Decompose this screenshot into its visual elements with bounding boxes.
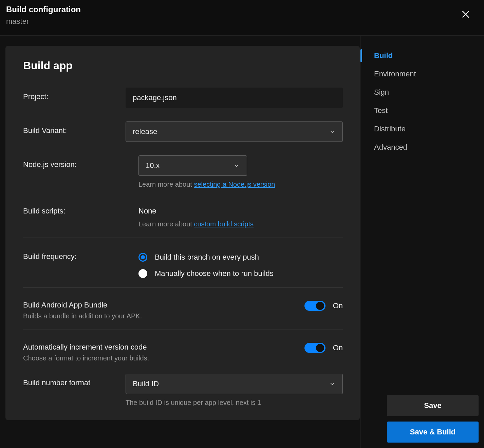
footer-buttons: Save Save & Build xyxy=(387,395,479,443)
frequency-option-2-label: Manually choose when to run builds xyxy=(155,269,274,278)
app-bundle-toggle[interactable] xyxy=(304,301,325,311)
chevron-down-icon xyxy=(233,162,240,169)
divider xyxy=(23,238,343,238)
app-bundle-control: On xyxy=(304,301,343,311)
panel-title: Build app xyxy=(23,59,343,72)
body: Build app Project: package.json Build Va… xyxy=(0,36,484,448)
build-app-panel: Build app Project: package.json Build Va… xyxy=(5,46,360,420)
node-version-value: 10.x xyxy=(146,161,160,170)
app-bundle-sub: Builds a bundle in addition to your APK. xyxy=(23,312,142,320)
scripts-helper-prefix: Learn more about xyxy=(138,220,194,228)
row-build-scripts: Build scripts: None Learn more about cus… xyxy=(23,202,343,228)
app-bundle-title: Build Android App Bundle xyxy=(23,301,142,310)
row-app-bundle: Build Android App Bundle Builds a bundle… xyxy=(23,301,343,320)
app-bundle-text: Build Android App Bundle Builds a bundle… xyxy=(23,301,142,320)
close-button[interactable] xyxy=(459,7,472,21)
header-bar: Build configuration master xyxy=(0,0,484,36)
frequency-radio-group: Build this branch on every push Manually… xyxy=(138,251,343,278)
close-icon xyxy=(461,10,470,19)
row-increment: Automatically increment version code Cho… xyxy=(23,343,343,362)
divider xyxy=(23,287,343,288)
nav-item-advanced[interactable]: Advanced xyxy=(360,139,484,156)
nav-item-sign[interactable]: Sign xyxy=(360,84,484,101)
nav-item-distribute[interactable]: Distribute xyxy=(360,120,484,137)
save-button[interactable]: Save xyxy=(387,395,479,416)
increment-title: Automatically increment version code xyxy=(23,343,149,352)
increment-sub: Choose a format to increment your builds… xyxy=(23,354,149,362)
label-build-frequency: Build frequency: xyxy=(23,251,138,261)
build-number-value: Build ID xyxy=(133,379,159,388)
header-titles: Build configuration master xyxy=(6,5,81,26)
branch-name: master xyxy=(6,17,81,26)
label-build-number-format: Build number format xyxy=(23,374,126,387)
nav-item-test[interactable]: Test xyxy=(360,102,484,119)
increment-text: Automatically increment version code Cho… xyxy=(23,343,149,362)
node-helper-prefix: Learn more about xyxy=(138,181,194,188)
row-build-variant: Build Variant: release xyxy=(23,122,343,142)
row-project: Project: package.json xyxy=(23,88,343,108)
save-and-build-button[interactable]: Save & Build xyxy=(387,422,479,443)
app-bundle-state: On xyxy=(333,301,343,310)
build-number-select[interactable]: Build ID xyxy=(126,374,343,394)
radio-unselected-icon xyxy=(138,269,147,278)
label-build-scripts: Build scripts: xyxy=(23,202,138,216)
nav-item-environment[interactable]: Environment xyxy=(360,66,484,82)
increment-toggle[interactable] xyxy=(304,343,325,353)
toggle-knob xyxy=(316,302,324,310)
node-version-select[interactable]: 10.x xyxy=(138,155,247,176)
chevron-down-icon xyxy=(329,128,336,135)
main-column: Build app Project: package.json Build Va… xyxy=(0,36,360,448)
project-field[interactable]: package.json xyxy=(126,88,343,108)
frequency-option-manual[interactable]: Manually choose when to run builds xyxy=(138,269,343,278)
increment-state: On xyxy=(333,343,343,352)
label-project: Project: xyxy=(23,88,126,101)
frequency-option-1-label: Build this branch on every push xyxy=(155,253,259,262)
page-title: Build configuration xyxy=(6,5,81,14)
chevron-down-icon xyxy=(329,380,336,387)
build-variant-select[interactable]: release xyxy=(126,122,343,142)
label-build-variant: Build Variant: xyxy=(23,122,126,135)
node-helper: Learn more about selecting a Node.js ver… xyxy=(138,181,343,188)
scripts-helper-link[interactable]: custom build scripts xyxy=(194,220,254,228)
side-nav: Build Environment Sign Test Distribute A… xyxy=(360,36,484,448)
increment-control: On xyxy=(304,343,343,353)
nav-list: Build Environment Sign Test Distribute A… xyxy=(360,47,484,156)
label-node-version: Node.js version: xyxy=(23,155,138,169)
build-scripts-value: None xyxy=(138,202,343,216)
divider xyxy=(23,330,343,330)
build-variant-value: release xyxy=(133,127,157,136)
row-build-frequency: Build frequency: Build this branch on ev… xyxy=(23,251,343,278)
node-helper-link[interactable]: selecting a Node.js version xyxy=(194,181,275,188)
nav-item-build[interactable]: Build xyxy=(360,47,484,64)
project-value: package.json xyxy=(133,93,177,102)
radio-selected-icon xyxy=(138,253,147,262)
toggle-knob xyxy=(316,344,324,352)
build-number-helper: The build ID is unique per app level, ne… xyxy=(126,399,343,407)
scripts-helper: Learn more about custom build scripts xyxy=(138,220,343,228)
row-node-version: Node.js version: 10.x Learn more about s… xyxy=(23,155,343,188)
row-build-number-format: Build number format Build ID The build I… xyxy=(23,374,343,407)
frequency-option-every-push[interactable]: Build this branch on every push xyxy=(138,253,343,262)
